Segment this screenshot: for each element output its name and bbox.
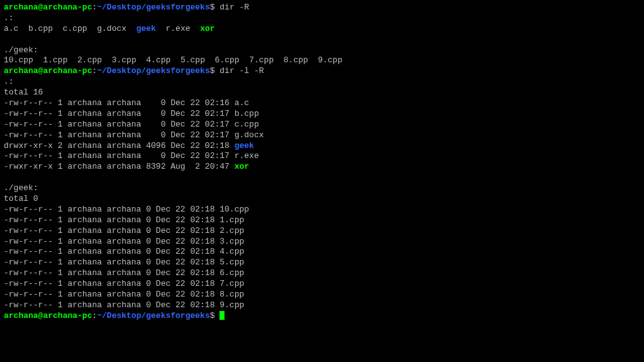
file-name: a.c: [235, 98, 249, 108]
prompt-path: ~/Desktop/geeksforgeeks: [97, 3, 209, 12]
file-name: 7.cpp: [249, 55, 274, 65]
prompt-dollar: $: [210, 3, 215, 12]
prompt-dollar: $: [210, 311, 215, 320]
file-name: g.docx: [97, 24, 126, 33]
file-row: -rw-r--r-- 1 archana archana 0 Dec 22 02…: [4, 300, 640, 311]
cursor: [219, 311, 225, 320]
total-line: total 16: [4, 88, 640, 98]
file-name: 2.cpp: [77, 55, 102, 65]
file-name: 2.cpp: [219, 226, 244, 235]
file-name: 5.cpp: [180, 55, 205, 65]
file-name: 6.cpp: [215, 55, 240, 65]
prompt-user: archana: [4, 3, 38, 12]
file-name: 10.cpp: [4, 55, 33, 65]
file-row: -rwxr-xr-x 1 archana archana 8392 Aug 2 …: [4, 162, 640, 173]
file-name: 5.cpp: [219, 257, 244, 267]
file-name: 7.cpp: [219, 279, 244, 288]
file-name: geek: [235, 141, 254, 150]
command-text: dir -l -R: [215, 66, 264, 76]
file-row: -rw-r--r-- 1 archana archana 0 Dec 22 02…: [4, 237, 640, 247]
file-row: -rw-r--r-- 1 archana archana 0 Dec 22 02…: [4, 268, 640, 279]
terminal-output[interactable]: archana@archana-pc:~/Desktop/geeksforgee…: [4, 3, 640, 322]
file-row: -rw-r--r-- 1 archana archana 0 Dec 22 02…: [4, 279, 640, 290]
prompt-path: ~/Desktop/geeksforgeeks: [97, 66, 209, 76]
total-line: total 0: [4, 194, 640, 205]
file-name: 4.cpp: [219, 247, 244, 256]
file-row: -rw-r--r-- 1 archana archana 0 Dec 22 02…: [4, 226, 640, 237]
command-text: dir -R: [215, 3, 250, 12]
file-name: b.cpp: [28, 24, 53, 33]
file-row: -rw-r--r-- 1 archana archana 0 Dec 22 02…: [4, 120, 640, 130]
file-name: 1.cpp: [219, 215, 244, 225]
file-name: 6.cpp: [219, 268, 244, 278]
prompt-user: archana: [4, 311, 38, 320]
file-name: 8.cpp: [219, 290, 244, 299]
prompt-line: archana@archana-pc:~/Desktop/geeksforgee…: [4, 311, 640, 322]
file-row: drwxr-xr-x 2 archana archana 4096 Dec 22…: [4, 141, 640, 152]
file-name: r.exe: [235, 151, 259, 161]
file-name: 8.cpp: [284, 55, 308, 65]
file-name: 10.cpp: [219, 205, 249, 214]
file-name: c.cpp: [63, 24, 87, 33]
file-name: 3.cpp: [112, 55, 136, 65]
file-row: -rw-r--r-- 1 archana archana 0 Dec 22 02…: [4, 130, 640, 141]
prompt-user: archana: [4, 66, 38, 76]
file-name: 3.cpp: [219, 237, 244, 246]
file-name: xor: [235, 162, 249, 171]
file-row: -rw-r--r-- 1 archana archana 0 Dec 22 02…: [4, 98, 640, 109]
file-name: xor: [200, 24, 214, 33]
prompt-line: archana@archana-pc:~/Desktop/geeksforgee…: [4, 66, 640, 77]
file-row: -rw-r--r-- 1 archana archana 0 Dec 22 02…: [4, 257, 640, 268]
prompt-dollar: $: [210, 66, 215, 76]
prompt-host: archana-pc: [43, 311, 92, 320]
file-name: a.c: [4, 24, 18, 33]
file-name: r.exe: [166, 24, 191, 33]
file-name: b.cpp: [235, 109, 259, 118]
prompt-host: archana-pc: [43, 3, 92, 12]
file-listing: a.c b.cpp c.cpp g.docx geek r.exe xor: [4, 24, 640, 35]
file-listing: 10.cpp 1.cpp 2.cpp 3.cpp 4.cpp 5.cpp 6.c…: [4, 55, 640, 66]
file-row: -rw-r--r-- 1 archana archana 0 Dec 22 02…: [4, 290, 640, 300]
file-row: -rw-r--r-- 1 archana archana 0 Dec 22 02…: [4, 151, 640, 162]
file-name: 9.cpp: [219, 300, 244, 310]
file-row: -rw-r--r-- 1 archana archana 0 Dec 22 02…: [4, 109, 640, 120]
file-name: 1.cpp: [43, 55, 67, 65]
subdir-header: ./geek:: [4, 45, 640, 56]
prompt-path: ~/Desktop/geeksforgeeks: [97, 311, 209, 320]
blank-line: [4, 35, 640, 45]
file-name: g.docx: [235, 130, 264, 140]
file-row: -rw-r--r-- 1 archana archana 0 Dec 22 02…: [4, 205, 640, 215]
prompt-host: archana-pc: [43, 66, 92, 76]
subdir-header: ./geek:: [4, 183, 640, 194]
file-name: 9.cpp: [318, 55, 342, 65]
file-name: c.cpp: [235, 120, 259, 129]
prompt-line: archana@archana-pc:~/Desktop/geeksforgee…: [4, 3, 640, 13]
dir-header: .:: [4, 77, 640, 88]
file-name: geek: [136, 24, 156, 33]
dir-header: .:: [4, 13, 640, 24]
blank-line: [4, 173, 640, 183]
file-row: -rw-r--r-- 1 archana archana 0 Dec 22 02…: [4, 215, 640, 226]
file-name: 4.cpp: [146, 55, 170, 65]
file-row: -rw-r--r-- 1 archana archana 0 Dec 22 02…: [4, 247, 640, 257]
